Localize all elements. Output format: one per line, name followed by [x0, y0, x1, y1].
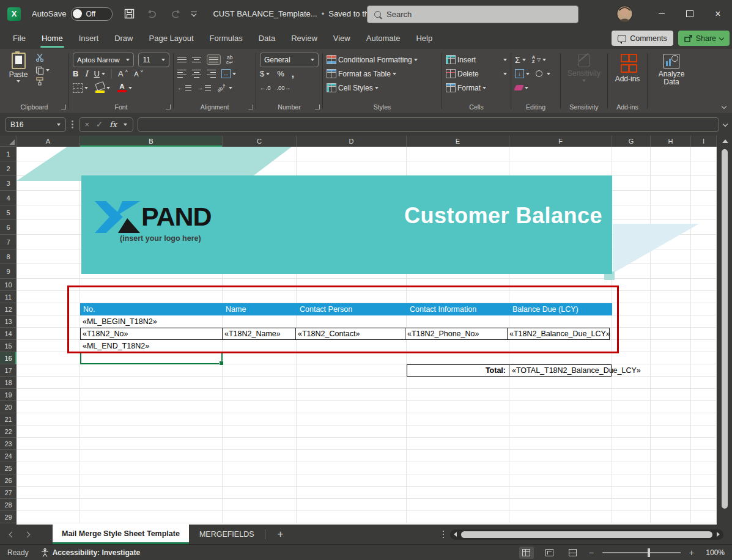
font-color-button[interactable]: A [117, 83, 132, 92]
align-center-button[interactable] [192, 70, 201, 78]
autosave-toggle[interactable]: Off [71, 7, 113, 21]
align-left-button[interactable] [177, 70, 187, 78]
row-header-10[interactable]: 10 [0, 279, 17, 291]
clear-button[interactable] [515, 85, 528, 90]
number-format-select[interactable]: General [260, 53, 319, 67]
name-box[interactable]: B16 [5, 117, 66, 132]
autosave-control[interactable]: AutoSave Off [32, 7, 113, 21]
addins-button[interactable]: Add-ins [608, 53, 647, 83]
sheet-tab-mergefields[interactable]: MERGEFIELDS [189, 525, 265, 544]
sort-filter-button[interactable]: AZ ▽ [532, 56, 547, 64]
delete-cells-button[interactable]: Delete [446, 69, 479, 78]
format-painter-button[interactable] [35, 77, 50, 87]
row-header-11[interactable]: 11 [0, 291, 17, 303]
align-top-button[interactable] [177, 57, 187, 63]
menu-tab-automate[interactable]: Automate [358, 28, 409, 49]
menu-tab-review[interactable]: Review [283, 28, 325, 49]
row-header-14[interactable]: 14 [0, 328, 17, 340]
formula-bar-drag-handle[interactable] [70, 120, 75, 128]
copy-button[interactable] [35, 66, 50, 75]
cell-f14-field[interactable]: «T18N2_Balance_Due_LCY» [507, 328, 610, 340]
cell-styles-button[interactable]: Cell Styles [327, 83, 379, 92]
column-header-d[interactable]: D [297, 136, 407, 147]
row-header-13[interactable]: 13 [0, 315, 17, 328]
font-dialog-launcher-icon[interactable] [166, 105, 171, 109]
row-header-5[interactable]: 5 [0, 205, 17, 220]
header-cell-no[interactable]: No. [80, 303, 223, 315]
row-header-8[interactable]: 8 [0, 249, 17, 264]
row-header-17[interactable]: 17 [0, 364, 17, 377]
enter-button[interactable]: ✓ [96, 120, 103, 129]
header-cell-balance-due[interactable]: Balance Due (LCY) [509, 303, 612, 315]
align-right-button[interactable] [207, 70, 216, 78]
decrease-font-button[interactable]: A ˅ [134, 70, 143, 78]
increase-decimal-button[interactable]: ←.0 [260, 84, 270, 91]
zoom-in-button[interactable]: + [689, 548, 694, 558]
row-header-26[interactable]: 26 [0, 474, 17, 487]
row-header-20[interactable]: 20 [0, 401, 17, 413]
vertical-scrollbar[interactable] [717, 136, 732, 525]
analyze-data-button[interactable]: Analyze Data [648, 53, 695, 86]
cells-area[interactable]: PAND (insert your logo here) Customer Ba… [17, 147, 717, 525]
menu-tab-formulas[interactable]: Formulas [202, 28, 251, 49]
row-header-23[interactable]: 23 [0, 438, 17, 450]
scroll-up-icon[interactable] [722, 139, 728, 143]
column-header-c[interactable]: C [223, 136, 297, 147]
menu-tab-data[interactable]: Data [251, 28, 283, 49]
header-cell-contact-person[interactable]: Contact Person [297, 303, 407, 315]
column-header-g[interactable]: G [612, 136, 651, 147]
excel-app-icon[interactable]: X [7, 7, 21, 21]
vertical-scrollbar-thumb[interactable] [722, 149, 728, 509]
comments-button[interactable]: Comments [612, 31, 673, 46]
page-break-view-button[interactable] [566, 547, 580, 559]
row-header-27[interactable]: 27 [0, 487, 17, 499]
cancel-button[interactable]: × [85, 120, 90, 129]
autosum-button[interactable]: Σ [515, 55, 526, 65]
accessibility-status[interactable]: Accessibility: Investigate [41, 548, 140, 557]
zoom-slider-thumb[interactable] [648, 548, 650, 557]
find-select-button[interactable] [536, 70, 550, 77]
scroll-left-icon[interactable] [454, 532, 457, 537]
row-header-12[interactable]: 12 [0, 303, 17, 315]
column-header-e[interactable]: E [407, 136, 509, 147]
formula-input[interactable] [138, 117, 719, 132]
undo-button[interactable] [146, 7, 159, 21]
comma-style-button[interactable]: , [292, 68, 294, 79]
select-all-corner[interactable] [0, 136, 17, 147]
cell-b13-begin-marker[interactable]: «ML_BEGIN_T18N2» [83, 315, 157, 328]
insert-cells-button[interactable]: Insert [446, 55, 476, 64]
font-size-select[interactable]: 11 [138, 53, 169, 67]
orientation-button[interactable]: ab↗ [216, 86, 232, 90]
zoom-level[interactable]: 100% [703, 548, 725, 557]
font-name-select[interactable]: Aptos Narrow [73, 53, 134, 67]
conditional-formatting-button[interactable]: Conditional Formatting [327, 55, 418, 64]
cell-e17-total-label[interactable]: Total: [407, 364, 509, 377]
sheet-nav-right-icon[interactable] [24, 531, 31, 537]
close-button[interactable]: × [704, 0, 732, 28]
wrap-text-button[interactable]: abc↵ [226, 55, 233, 65]
row-header-3[interactable]: 3 [0, 176, 17, 191]
page-layout-view-button[interactable] [542, 547, 557, 559]
scroll-right-icon[interactable] [717, 532, 720, 537]
percent-style-button[interactable]: % [277, 69, 284, 78]
search-input[interactable]: Search [367, 6, 579, 23]
row-header-16[interactable]: 16 [0, 352, 17, 364]
selected-cell-b16[interactable] [80, 352, 223, 364]
column-header-a[interactable]: A [17, 136, 80, 147]
fill-handle[interactable] [219, 361, 224, 366]
row-header-19[interactable]: 19 [0, 389, 17, 401]
cell-b14-field[interactable]: «T18N2_No» [80, 328, 223, 340]
underline-button[interactable]: U [94, 69, 105, 78]
collapse-ribbon-icon[interactable] [722, 104, 726, 109]
increase-indent-button[interactable]: → [197, 84, 211, 91]
number-dialog-launcher-icon[interactable] [315, 105, 320, 109]
cell-e14-field[interactable]: «T18N2_Phone_No» [405, 328, 508, 340]
cell-b15-end-marker[interactable]: «ML_END_T18N2» [83, 340, 149, 352]
row-header-1[interactable]: 1 [0, 147, 17, 161]
horizontal-scrollbar-thumb[interactable] [461, 531, 712, 538]
format-as-table-button[interactable]: Format as Table [327, 69, 396, 78]
cell-c14-field[interactable]: «T18N2_Name» [222, 328, 296, 340]
row-header-29[interactable]: 29 [0, 511, 17, 523]
borders-button[interactable] [73, 83, 88, 93]
accounting-format-button[interactable]: $ [260, 69, 270, 78]
